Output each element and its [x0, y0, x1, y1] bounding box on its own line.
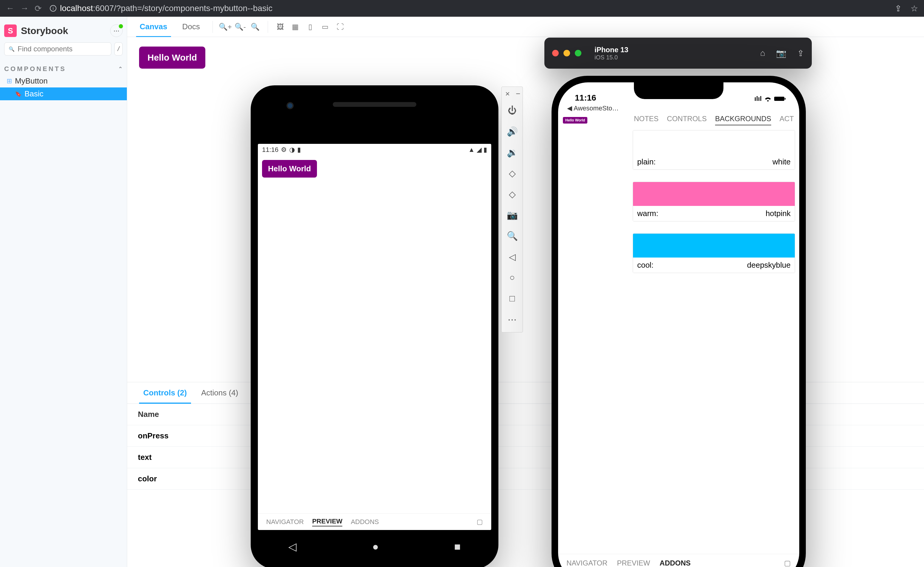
zoom-icon[interactable]: 🔍	[502, 225, 523, 246]
share-icon[interactable]: ⇪	[895, 4, 902, 14]
reload-icon[interactable]: ⟳	[34, 4, 42, 14]
svg-rect-0	[774, 97, 784, 101]
bg-value: hotpink	[765, 209, 790, 218]
camera-icon[interactable]: 📷	[502, 204, 523, 225]
android-recents-icon[interactable]: ■	[454, 540, 461, 553]
emulator-toolbar: × − ⏻ 🔊 🔉 ◇ ◇ 📷 🔍 ◁ ○ □ ⋯	[501, 87, 523, 333]
emulator-minimize-icon[interactable]: −	[516, 89, 520, 100]
search-input[interactable]: 🔍	[4, 42, 111, 56]
wifi-icon: ▲	[468, 146, 475, 153]
ios-hello-button[interactable]: Hello World	[563, 117, 587, 123]
simulator-titlebar: iPhone 13 iOS 15.0 ⌂ 📷 ⇪	[544, 38, 812, 69]
minimize-icon[interactable]	[564, 50, 570, 56]
bg-name: warm:	[637, 209, 658, 218]
android-tab-preview[interactable]: PREVIEW	[312, 518, 342, 526]
android-home-icon[interactable]: ●	[372, 540, 379, 553]
android-toggle-icon[interactable]: ▢	[477, 518, 483, 526]
hello-world-button[interactable]: Hello World	[139, 46, 206, 69]
wifi-icon	[764, 96, 772, 102]
volume-up-icon[interactable]: 🔊	[502, 121, 523, 142]
ios-bottom-tabs: NAVIGATOR PREVIEW ADDONS ▢	[558, 554, 799, 567]
background-option[interactable]: plain:white	[633, 130, 795, 170]
android-status-bar: 11:16 ⚙ ◑ ▮ ▲ ◢ ▮	[258, 144, 491, 156]
grid-icon[interactable]: ▦	[289, 20, 302, 33]
ios-back-link[interactable]: ◀ AwesomeSto…	[558, 104, 799, 113]
camera-icon	[286, 102, 294, 109]
swatch	[633, 234, 795, 258]
ios-bottom-addons[interactable]: ADDONS	[660, 559, 691, 567]
background-icon[interactable]: 🖼	[274, 20, 287, 33]
tab-actions[interactable]: Actions (4)	[194, 382, 245, 404]
tab-canvas[interactable]: Canvas	[133, 16, 174, 37]
ios-toggle-icon[interactable]: ▢	[784, 559, 791, 567]
volume-down-icon[interactable]: 🔉	[502, 142, 523, 163]
battery-icon: ▮	[483, 146, 487, 153]
card-icon: ▮	[297, 146, 301, 154]
signal-icon: ılıl	[754, 95, 762, 103]
star-icon[interactable]: ☆	[910, 4, 918, 14]
background-option[interactable]: warm:hotpink	[633, 182, 795, 221]
storybook-logo-icon: S	[4, 24, 17, 37]
back-icon[interactable]: ◁	[502, 246, 523, 267]
tab-controls[interactable]: Controls (2)	[136, 382, 194, 404]
ios-tab-notes[interactable]: NOTES	[634, 115, 658, 125]
ios-simulator: iPhone 13 iOS 15.0 ⌂ 📷 ⇪ 11:16 ılıl	[544, 38, 812, 567]
ios-tab-controls[interactable]: CONTROLS	[667, 115, 707, 125]
android-nav-buttons: ◁ ● ■	[251, 538, 498, 556]
zoom-reset-icon[interactable]: 🔍	[249, 20, 262, 33]
rotate-left-icon[interactable]: ◇	[502, 163, 523, 183]
viewport-icon[interactable]: ▯	[304, 20, 317, 33]
bg-name: plain:	[637, 157, 656, 166]
outline-icon[interactable]: ⛶	[334, 20, 347, 33]
info-icon: i	[50, 5, 56, 12]
screenshot-icon[interactable]: 📷	[776, 48, 786, 58]
swatch	[633, 130, 795, 154]
overview-icon[interactable]: □	[502, 288, 523, 309]
rotate-right-icon[interactable]: ◇	[502, 183, 523, 204]
gear-icon: ⚙	[281, 146, 287, 154]
collapse-icon[interactable]: ⌃	[118, 66, 123, 72]
android-hello-button[interactable]: Hello World	[262, 160, 317, 177]
export-icon[interactable]: ⇪	[797, 48, 804, 58]
close-icon[interactable]	[552, 50, 559, 56]
android-clock: 11:16	[262, 146, 279, 154]
tab-docs[interactable]: Docs	[176, 16, 207, 37]
power-icon[interactable]: ⏻	[502, 100, 523, 121]
sidebar-item-basic[interactable]: Basic	[0, 87, 127, 100]
measure-icon[interactable]: ▭	[319, 20, 332, 33]
search-shortcut-key: /	[114, 42, 123, 56]
ios-tab-actions[interactable]: ACT	[780, 115, 794, 125]
maximize-icon[interactable]	[575, 50, 581, 56]
forward-icon[interactable]: →	[20, 4, 28, 13]
ios-tab-backgrounds[interactable]: BACKGROUNDS	[715, 115, 771, 125]
brand-title: Storybook	[21, 26, 106, 36]
zoom-out-icon[interactable]: 🔍-	[234, 20, 247, 33]
android-emulator: 11:16 ⚙ ◑ ▮ ▲ ◢ ▮ Hello World NAVIGATOR	[251, 86, 498, 567]
android-tab-addons[interactable]: ADDONS	[351, 518, 379, 526]
menu-button[interactable]: ⋯	[110, 24, 123, 37]
debug-icon: ◑	[289, 146, 295, 154]
android-back-icon[interactable]: ◁	[288, 540, 297, 553]
home-icon[interactable]: ⌂	[760, 48, 765, 58]
sidebar-item-mybutton[interactable]: MyButton	[0, 75, 127, 87]
ios-bottom-preview[interactable]: PREVIEW	[617, 559, 650, 567]
section-heading[interactable]: COMPONENTS ⌃	[0, 61, 127, 75]
ios-preview-pane: Hello World	[558, 113, 633, 559]
home-icon[interactable]: ○	[502, 267, 523, 288]
ios-bottom-navigator[interactable]: NAVIGATOR	[567, 559, 608, 567]
bg-value: white	[772, 157, 790, 166]
back-icon[interactable]: ←	[6, 4, 14, 13]
background-option[interactable]: cool:deepskyblue	[633, 233, 795, 273]
bg-name: cool:	[637, 261, 654, 270]
url-bar[interactable]: i localhost:6007/?path=/story/components…	[48, 4, 889, 13]
toolbar: Canvas Docs 🔍+ 🔍- 🔍 🖼 ▦ ▯ ▭ ⛶	[127, 17, 924, 37]
notch	[634, 82, 723, 99]
browser-chrome: ← → ⟳ i localhost:6007/?path=/story/comp…	[0, 0, 924, 17]
swatch	[633, 182, 795, 206]
android-tab-navigator[interactable]: NAVIGATOR	[266, 518, 304, 526]
device-os: iOS 15.0	[594, 54, 754, 61]
more-icon[interactable]: ⋯	[502, 309, 523, 330]
android-storybook-tabs: NAVIGATOR PREVIEW ADDONS ▢	[258, 513, 491, 530]
emulator-close-icon[interactable]: ×	[505, 89, 510, 100]
zoom-in-icon[interactable]: 🔍+	[219, 20, 232, 33]
